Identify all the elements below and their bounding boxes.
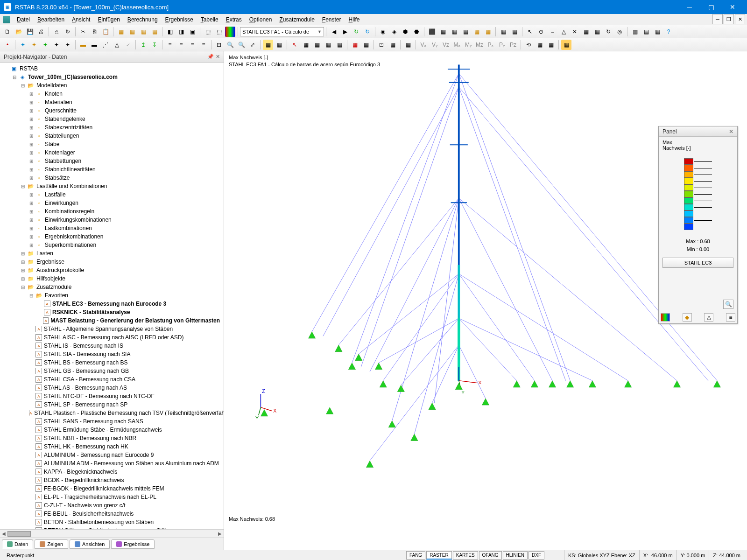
tree-item[interactable]: ⊞▫Lastfälle: [0, 190, 224, 199]
dim-icon[interactable]: Mz: [474, 40, 485, 50]
view-icon[interactable]: ◈: [389, 27, 399, 37]
tree-item[interactable]: ⊞▫Einwirkungskombinationen: [0, 216, 224, 224]
tree-item[interactable]: ⊞▫Lastkombinationen: [0, 224, 224, 232]
snap-icon[interactable]: ↻: [603, 27, 613, 37]
view-icon[interactable]: ⬢: [400, 27, 410, 37]
menu-einfügen[interactable]: Einfügen: [94, 15, 123, 24]
snap-icon[interactable]: ⊙: [536, 27, 546, 37]
nav-tab-ansichten[interactable]: Ansichten: [70, 539, 110, 549]
sel-icon[interactable]: ↖: [289, 40, 300, 50]
cursor-icon[interactable]: ↖: [525, 27, 535, 37]
sel-icon[interactable]: ▦: [388, 40, 398, 50]
snap-icon[interactable]: ▦: [592, 27, 602, 37]
panel-module-button[interactable]: STAHL EC3: [662, 258, 733, 268]
tool2-icon[interactable]: ▬: [89, 40, 99, 50]
undo-icon[interactable]: ⎌: [51, 27, 62, 37]
menu-tabelle[interactable]: Tabelle: [197, 15, 222, 24]
tree-item[interactable]: ⊞▫Stabteilungen: [0, 132, 224, 140]
tree-item[interactable]: ARSKNICK - Stabilitätsanalyse: [0, 308, 224, 316]
tree-item[interactable]: ASTAHL SIA - Bemessung nach SIA: [0, 350, 224, 358]
tool-icon[interactable]: ▦: [149, 27, 160, 37]
navigator-tree[interactable]: ▣RSTAB⊟◈Tower_100m_(C)lassereolica.com⊟📂…: [0, 63, 224, 529]
menu-fenster[interactable]: Fenster: [318, 15, 345, 24]
mdi-restore[interactable]: ❐: [724, 14, 734, 24]
status-tab-fang[interactable]: FANG: [406, 551, 425, 560]
search-icon[interactable]: 🔍: [723, 300, 733, 309]
tree-item[interactable]: ASTAHL Ermüdung Stäbe - Ermüdungsnachwei…: [0, 426, 224, 434]
tool2-icon[interactable]: ✦: [63, 40, 73, 50]
status-tab-dxf[interactable]: DXF: [529, 551, 544, 560]
zoom-icon[interactable]: 🔍: [225, 40, 235, 50]
tree-item[interactable]: ASTAHL SP - Bemessung nach SP: [0, 400, 224, 409]
mode-icon[interactable]: ▦: [498, 27, 508, 37]
render-icon[interactable]: ⬛: [427, 27, 437, 37]
tool-icon[interactable]: ⬚: [214, 27, 224, 37]
tree-item[interactable]: ASTAHL NTC-DF - Bemessung nach NTC-DF: [0, 392, 224, 400]
tree-item[interactable]: AKAPPA - Biegeknicknachweis: [0, 468, 224, 476]
menu-datei[interactable]: Datei: [13, 15, 34, 24]
nav-tab-daten[interactable]: Daten: [2, 539, 33, 549]
maximize-button[interactable]: ▢: [700, 0, 722, 14]
panel-tool-icon[interactable]: ◆: [683, 313, 692, 322]
tree-item[interactable]: ASTAHL EC3 - Bemessung nach Eurocode 3: [0, 300, 224, 308]
nav-tab-zeigen[interactable]: Zeigen: [35, 539, 68, 549]
tool-icon[interactable]: ⬚: [203, 27, 213, 37]
tool2-icon[interactable]: •: [2, 40, 13, 50]
menu-zusatzmodule[interactable]: Zusatzmodule: [275, 15, 318, 24]
render-icon[interactable]: ▦: [483, 27, 493, 37]
sel-icon[interactable]: ▦: [361, 40, 371, 50]
misc-icon[interactable]: ⟲: [523, 40, 534, 50]
tree-item[interactable]: ⊞▫Einwirkungen: [0, 199, 224, 207]
redo-icon[interactable]: ↻: [63, 27, 73, 37]
panel-tool-icon[interactable]: ≡: [726, 313, 735, 322]
dim-icon[interactable]: Pz: [508, 40, 518, 50]
tree-item[interactable]: ASTAHL NBR - Bemessung nach NBR: [0, 434, 224, 442]
zoom-icon[interactable]: 🔍: [236, 40, 247, 50]
tree-item[interactable]: AMAST Belastung - Generierung der Belast…: [0, 316, 224, 325]
viewport-3d[interactable]: Max Nachweis [-] STAHL EC3 FA1 - Cálculo…: [224, 51, 747, 550]
tree-item[interactable]: ASTAHL AS - Bemessung nach AS: [0, 384, 224, 392]
tool2-icon[interactable]: ⟋: [123, 40, 133, 50]
tree-item[interactable]: ASTAHL CSA - Bemessung nach CSA: [0, 375, 224, 384]
tree-item[interactable]: ⊞▫Materialien: [0, 98, 224, 106]
panel-tool-icon[interactable]: [661, 313, 670, 322]
tree-item[interactable]: ASTAHL SANS - Bemessung nach SANS: [0, 417, 224, 426]
win-icon[interactable]: ▥: [630, 27, 640, 37]
tool2-icon[interactable]: ↧: [149, 40, 160, 50]
mdi-minimize[interactable]: ─: [712, 14, 723, 24]
zoom-icon[interactable]: ⤢: [247, 40, 258, 50]
tool2-icon[interactable]: ≡: [198, 40, 209, 50]
tool2-icon[interactable]: ≡: [165, 40, 175, 50]
tree-item[interactable]: ⊞▫Ergebniskombinationen: [0, 232, 224, 241]
sel-icon[interactable]: ▦: [323, 40, 333, 50]
status-tab-kartes[interactable]: KARTES: [453, 551, 478, 560]
tree-item[interactable]: AALUMINIUM - Bemessung nach Eurocode 9: [0, 451, 224, 459]
menu-bearbeiten[interactable]: Bearbeiten: [34, 15, 68, 24]
save-icon[interactable]: 💾: [25, 27, 35, 37]
sel-icon[interactable]: ▦: [263, 40, 273, 50]
menu-extras[interactable]: Extras: [222, 15, 246, 24]
misc-icon[interactable]: ▦: [561, 40, 571, 50]
status-tab-raster[interactable]: RASTER: [426, 551, 452, 560]
dim-icon[interactable]: Mₓ: [452, 40, 462, 50]
tree-item[interactable]: ASTAHL IS - Bemessung nach IS: [0, 342, 224, 350]
tool2-icon[interactable]: ↥: [138, 40, 148, 50]
tool-icon[interactable]: ◨: [176, 27, 186, 37]
tree-item[interactable]: ⊞▫Knoten: [0, 90, 224, 98]
panel-close-icon[interactable]: ✕: [729, 128, 733, 135]
tool-icon[interactable]: ◧: [165, 27, 175, 37]
tree-item[interactable]: ⊟📂Modelldaten: [0, 81, 224, 90]
snap-icon[interactable]: △: [558, 27, 569, 37]
refresh-icon[interactable]: ↻: [351, 27, 361, 37]
dim-icon[interactable]: Vᵧ: [430, 40, 440, 50]
tree-item[interactable]: ⊞▫Stabbettungen: [0, 157, 224, 165]
tree-item[interactable]: ⊞▫Stabendgelenke: [0, 115, 224, 123]
new-icon[interactable]: 🗋: [2, 27, 13, 37]
tool2-icon[interactable]: △: [112, 40, 122, 50]
tool-icon[interactable]: ▦: [138, 27, 148, 37]
tool2-icon[interactable]: ⋰: [100, 40, 111, 50]
tree-item[interactable]: ⊞📁Ausdruckprotokolle: [0, 266, 224, 274]
tree-item[interactable]: ⊞▫Knotenlager: [0, 148, 224, 157]
zoom-icon[interactable]: ⊡: [214, 40, 224, 50]
tool-icon[interactable]: ▣: [187, 27, 197, 37]
